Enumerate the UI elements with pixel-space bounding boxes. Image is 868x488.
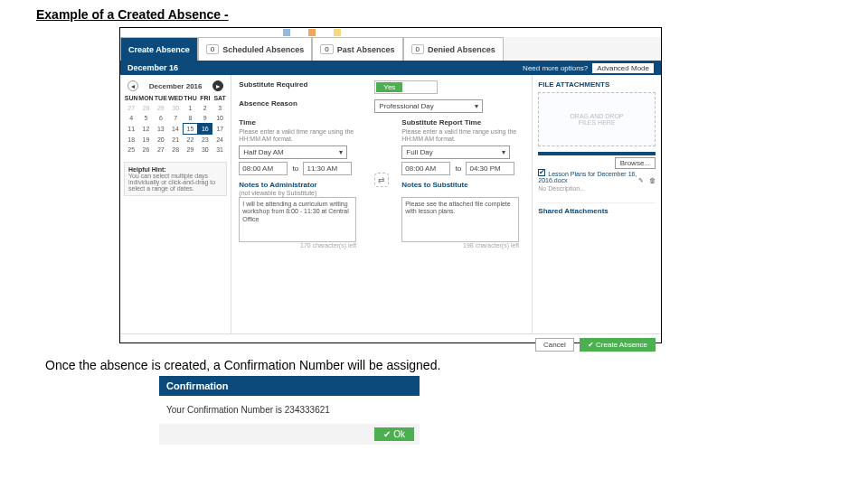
notes-admin-textarea[interactable]: I will be attending a curriculum writing… (239, 197, 356, 242)
tab-scheduled[interactable]: 0Scheduled Absences (198, 37, 313, 61)
attachments-heading: FILE ATTACHMENTS (538, 80, 656, 89)
attachments-panel: FILE ATTACHMENTS DRAG AND DROP FILES HER… (532, 75, 661, 333)
time-from-input[interactable]: 08:00 AM (239, 162, 288, 175)
absence-reason-select[interactable]: Professional Day▾ (374, 99, 483, 113)
more-options-link[interactable]: Need more options? (523, 64, 588, 72)
confirmation-dialog: Confirmation Your Confirmation Number is… (159, 376, 420, 445)
browse-button[interactable]: Browse... (615, 157, 656, 169)
tab-past[interactable]: 0Past Absences (312, 37, 402, 61)
drop-zone[interactable]: DRAG AND DROP FILES HERE (538, 92, 656, 146)
chevron-down-icon: ▾ (502, 148, 505, 156)
delete-icon[interactable]: 🗑 (649, 177, 656, 184)
upload-progress (538, 152, 656, 155)
footer-actions: Cancel ✔ Create Absence (120, 333, 661, 355)
next-month-button[interactable]: ► (212, 80, 223, 91)
doc-heading: Example of a Created Absence - (36, 7, 229, 22)
time-hint: Please enter a valid time range using th… (239, 128, 362, 142)
time-range-select[interactable]: Half Day AM▾ (239, 145, 347, 159)
tab-bar: Create Absence 0Scheduled Absences 0Past… (120, 37, 661, 61)
check-icon (538, 169, 545, 176)
notes-admin-label: Notes to Administrator (239, 181, 362, 189)
absence-reason-label: Absence Reason (239, 99, 362, 108)
advanced-mode-button[interactable]: Advanced Mode (592, 63, 654, 73)
legend (120, 28, 661, 37)
time-to-input[interactable]: 11:30 AM (303, 162, 352, 175)
attachment-filename[interactable]: Lesson Plans for December 16, 2016.docx (538, 171, 637, 183)
cancel-button[interactable]: Cancel (535, 338, 574, 352)
notes-sub-label: Notes to Substitute (401, 181, 524, 189)
edit-icon[interactable]: ✎ (638, 177, 644, 184)
helpful-hint: Helpful Hint: You can select multiple da… (124, 162, 227, 196)
substitute-required-label: Substitute Required (239, 80, 362, 89)
create-absence-screenshot: Create Absence 0Scheduled Absences 0Past… (119, 27, 662, 343)
swap-times-icon[interactable]: ⇄ (374, 173, 389, 187)
calendar-panel: ◄ December 2016 ► SUNMONTUEWEDTHUFRISAT … (120, 75, 231, 333)
subrep-from-input[interactable]: 08:00 AM (401, 162, 450, 175)
chevron-down-icon: ▾ (339, 148, 343, 156)
attachment-item: Lesson Plans for December 16, 2016.docx … (538, 169, 656, 183)
confirmation-body: Your Confirmation Number is 234333621 (159, 396, 420, 424)
notes-sub-textarea[interactable]: Please see the attached file complete wi… (401, 197, 519, 242)
calendar-grid[interactable]: SUNMONTUEWEDTHUFRISAT 27282930123 456789… (124, 93, 227, 155)
sub-report-time-label: Substitute Report Time (401, 118, 524, 127)
selected-date: December 16 (127, 63, 178, 72)
form-panel: Substitute Required Yes Absence Reason P… (231, 75, 532, 333)
calendar-month: December 2016 (149, 82, 203, 90)
shared-attachments-heading: Shared Attachments (538, 202, 656, 215)
sub-report-time-hint: Please enter a valid time range using th… (401, 128, 524, 142)
ok-button[interactable]: ✔ Ok (374, 427, 414, 441)
doc-caption: Once the absence is created, a Confirmat… (45, 358, 440, 372)
subrep-to-input[interactable]: 04:30 PM (466, 162, 514, 175)
notes-admin-counter: 170 character(s) left (239, 242, 356, 249)
notes-sub-counter: 198 character(s) left (401, 242, 519, 249)
date-bar: December 16 Need more options? Advanced … (120, 61, 661, 75)
tab-denied[interactable]: 0Denied Absences (403, 37, 504, 61)
sub-report-range-select[interactable]: Full Day▾ (401, 145, 510, 159)
substitute-required-toggle[interactable]: Yes (374, 80, 438, 94)
time-label: Time (239, 118, 362, 127)
attachment-description: No Description... (538, 185, 656, 192)
create-absence-button[interactable]: ✔ Create Absence (580, 338, 656, 352)
chevron-down-icon: ▾ (475, 102, 478, 110)
tab-create-absence[interactable]: Create Absence (120, 37, 198, 61)
confirmation-title: Confirmation (159, 376, 420, 396)
prev-month-button[interactable]: ◄ (127, 80, 138, 91)
